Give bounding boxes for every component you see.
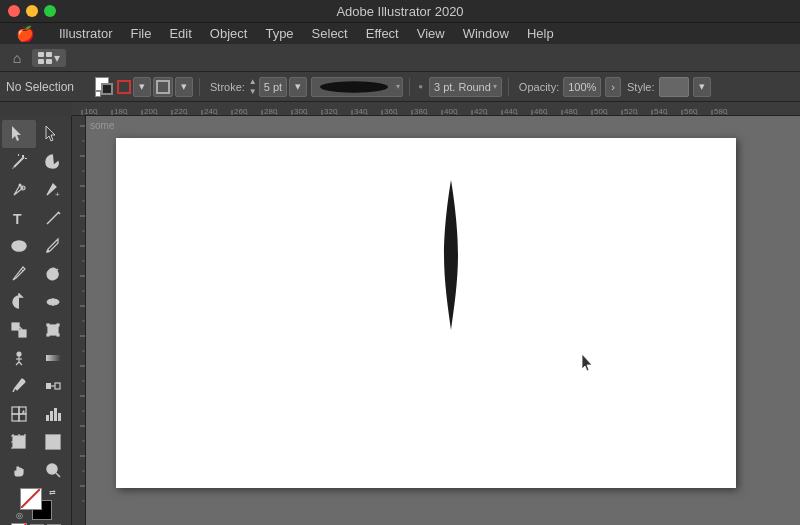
tool-slice[interactable]: [36, 428, 70, 456]
color-chips-group[interactable]: ⇄ ◎: [16, 488, 56, 520]
svg-point-85: [12, 241, 26, 251]
tool-hand[interactable]: [2, 456, 36, 484]
svg-marker-75: [12, 167, 14, 169]
svg-text:240: 240: [204, 107, 218, 116]
tool-warp[interactable]: [36, 288, 70, 316]
svg-rect-0: [38, 52, 44, 57]
svg-text:400: 400: [444, 107, 458, 116]
title-bar: Adobe Illustrator 2020: [0, 0, 800, 22]
svg-text:160: 160: [84, 107, 98, 116]
home-button[interactable]: ⌂: [6, 47, 28, 69]
tool-ellipse[interactable]: [2, 232, 36, 260]
svg-rect-116: [58, 413, 61, 421]
opacity-text-label: Opacity:: [519, 81, 559, 93]
menu-help[interactable]: Help: [519, 24, 562, 43]
tool-line[interactable]: [36, 204, 70, 232]
menu-type[interactable]: Type: [257, 24, 301, 43]
menu-file[interactable]: File: [122, 24, 159, 43]
svg-line-83: [47, 212, 59, 224]
opacity-dropdown[interactable]: ›: [605, 77, 621, 97]
svg-text:440: 440: [504, 107, 518, 116]
stroke-style-icon[interactable]: [153, 77, 173, 97]
close-button[interactable]: [8, 5, 20, 17]
color-dropdown-btn[interactable]: ▾: [133, 77, 151, 97]
tool-direct-selection[interactable]: [36, 120, 70, 148]
svg-point-4: [320, 81, 388, 92]
stroke-value-input[interactable]: 5 pt: [259, 77, 287, 97]
variable-width-dropdown[interactable]: 3 pt. Round ▾: [429, 77, 502, 97]
tool-selection[interactable]: [2, 120, 36, 148]
stroke-color-box[interactable]: [117, 80, 131, 94]
tool-add-anchor[interactable]: +: [36, 176, 70, 204]
tool-paintbrush[interactable]: [36, 232, 70, 260]
svg-rect-3: [46, 59, 52, 64]
chevron-right-icon: ›: [611, 81, 615, 93]
dot-separator: ●: [418, 82, 423, 91]
ruler-horizontal: 160 180 200 220 240 260 280 300 320 340: [72, 102, 800, 116]
tool-artboard[interactable]: [2, 428, 36, 456]
menu-effect[interactable]: Effect: [358, 24, 407, 43]
menu-select[interactable]: Select: [304, 24, 356, 43]
chevron-down-icon-3: ▾: [295, 80, 301, 93]
tool-lasso[interactable]: [36, 148, 70, 176]
menu-object[interactable]: Object: [202, 24, 256, 43]
stroke-unit-dropdown[interactable]: ▾: [289, 77, 307, 97]
tool-type[interactable]: T: [2, 204, 36, 232]
color-mode-icon[interactable]: [117, 80, 131, 94]
style-chevron-btn[interactable]: ▾: [693, 77, 711, 97]
svg-line-102: [19, 362, 22, 365]
canvas-area[interactable]: some: [86, 116, 800, 525]
svg-rect-117: [13, 436, 25, 448]
stroke-up-arrow[interactable]: ▲: [249, 77, 257, 87]
svg-rect-114: [50, 411, 53, 421]
swap-colors-icon[interactable]: ⇄: [49, 488, 56, 497]
tool-zoom[interactable]: [36, 456, 70, 484]
menu-window[interactable]: Window: [455, 24, 517, 43]
svg-line-126: [56, 473, 60, 477]
tool-pen[interactable]: [2, 176, 36, 204]
svg-point-86: [47, 250, 50, 253]
tool-eyedropper[interactable]: [2, 372, 36, 400]
artboard[interactable]: [116, 138, 736, 488]
variable-width-chevron: ▾: [493, 82, 497, 91]
tool-shaper[interactable]: [36, 260, 70, 288]
workspace-switcher[interactable]: ▾: [32, 49, 66, 67]
minimize-button[interactable]: [26, 5, 38, 17]
tool-magic-wand[interactable]: [2, 148, 36, 176]
traffic-lights: [8, 5, 56, 17]
tool-blend[interactable]: [36, 372, 70, 400]
toolbox: + T: [0, 116, 72, 525]
tool-scale[interactable]: [2, 316, 36, 344]
menu-edit[interactable]: Edit: [161, 24, 199, 43]
opacity-value-text: 100%: [568, 81, 596, 93]
main-layout: + T: [0, 116, 800, 525]
svg-rect-90: [12, 323, 19, 330]
svg-rect-113: [46, 415, 49, 421]
opacity-input[interactable]: 100%: [563, 77, 601, 97]
svg-rect-103: [46, 355, 60, 361]
tool-puppet-warp[interactable]: [2, 344, 36, 372]
svg-rect-76: [22, 155, 24, 157]
stroke-style-dropdown-btn[interactable]: ▾: [175, 77, 193, 97]
tool-pencil[interactable]: [2, 260, 36, 288]
stroke-down-arrow[interactable]: ▼: [249, 87, 257, 97]
menu-illustrator[interactable]: Illustrator: [51, 24, 120, 43]
tool-live-paint[interactable]: [2, 400, 36, 428]
maximize-button[interactable]: [44, 5, 56, 17]
apple-menu[interactable]: 🍎: [8, 23, 43, 45]
stroke-stepper[interactable]: ▲ ▼ 5 pt ▾: [249, 77, 307, 97]
foreground-color-chip[interactable]: [20, 488, 42, 510]
tool-gradient[interactable]: [36, 344, 70, 372]
tool-rotate[interactable]: [2, 288, 36, 316]
menu-view[interactable]: View: [409, 24, 453, 43]
reset-colors-icon[interactable]: ◎: [16, 511, 23, 520]
stroke-arrows[interactable]: ▲ ▼: [249, 77, 257, 97]
style-dropdown[interactable]: [659, 77, 689, 97]
svg-line-129: [21, 489, 40, 508]
brush-preview-dropdown[interactable]: ▾: [311, 77, 403, 97]
tool-column-graph[interactable]: [36, 400, 70, 428]
tool-free-transform[interactable]: [36, 316, 70, 344]
fill-stroke-icon[interactable]: [95, 77, 115, 97]
stroke-color-group[interactable]: ▾ ▾: [95, 77, 193, 97]
separator-1: [199, 78, 200, 96]
